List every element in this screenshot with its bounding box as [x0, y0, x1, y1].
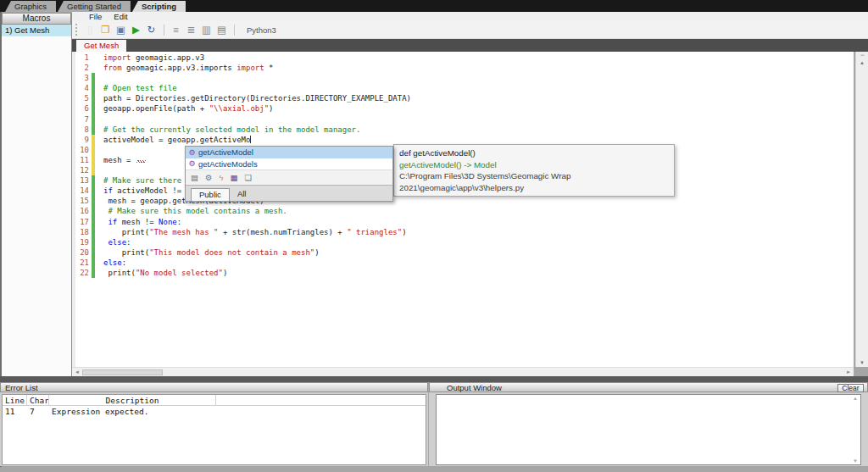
comment-icon[interactable]: ≣ [184, 23, 198, 36]
error-list-header: Error List [0, 382, 428, 392]
error-cell: 7 [27, 406, 49, 417]
popup-tab-public[interactable]: Public [191, 188, 230, 201]
run-script-icon[interactable]: ▶ [129, 23, 143, 36]
output-scroll-up-icon[interactable]: ▲ [851, 396, 860, 401]
document-tab-get-mesh[interactable]: Get Mesh [76, 40, 126, 52]
signature-tooltip: def getActiveModel() getActiveModel() ->… [393, 144, 675, 197]
error-rows: 117Expression expected. [3, 406, 426, 417]
line-number: 1 [75, 53, 92, 63]
error-squiggle [136, 160, 146, 163]
code-line[interactable]: 3 [75, 73, 854, 83]
completion-filter-bar: ▤ ⚙ ϟ ▦ ❏ [186, 169, 392, 185]
error-list-panel: Error List Line Char Description 117Expr… [0, 382, 428, 466]
column-header-char[interactable]: Char [27, 395, 49, 405]
scroll-left-icon[interactable]: ◄ [72, 369, 82, 375]
code-line[interactable]: 4# Open test file [75, 83, 854, 93]
tooltip-signature: def getActiveModel() [399, 147, 669, 159]
indent-icon[interactable]: ≡ [169, 23, 183, 36]
members-filter-icon[interactable]: ▤ [191, 173, 198, 182]
line-number: 19 [75, 237, 92, 247]
geomagic-scripting-window: { "app": { "main_tabs": [ {"label": "Gra… [0, 0, 868, 472]
menu-file[interactable]: File [89, 12, 102, 21]
autocomplete-item-label: getActiveModel [198, 147, 253, 157]
autocomplete-item[interactable]: ⚙getActiveModel [186, 147, 392, 158]
export-script-icon[interactable]: ▤ [214, 23, 229, 36]
editor-horizontal-scrollbar[interactable]: ◄ ► [72, 367, 854, 376]
code-text: # Make sure this model contains a mesh. [95, 206, 287, 216]
code-text: print("The mesh has " + str(mesh.numTria… [95, 227, 407, 237]
scrollbar-thumb[interactable] [82, 369, 163, 375]
fields-filter-icon[interactable]: ▦ [231, 173, 238, 182]
line-number: 5 [75, 93, 92, 103]
tab-graphics[interactable]: Graphics [5, 1, 56, 12]
options-gear-icon[interactable]: ⚙ [205, 173, 213, 182]
toolbar-buttons: ▯❐▣▶↻≡≣▥▤ [83, 23, 230, 36]
code-line[interactable]: 17 if mesh != None: [75, 217, 854, 227]
splitter-grip-icon[interactable]: ═ [860, 52, 863, 58]
code-line[interactable]: 8# Get the currently selected model in t… [75, 125, 854, 135]
new-script-icon: ▯ [83, 23, 97, 36]
line-number: 7 [75, 114, 92, 125]
line-number: 14 [75, 186, 92, 196]
code-text [95, 165, 103, 175]
output-content[interactable]: ▲ ▼ [436, 394, 861, 465]
toolbar-grip-icon[interactable] [75, 24, 79, 36]
code-line[interactable]: 7 [75, 114, 854, 125]
open-script-icon[interactable]: ❐ [98, 23, 113, 36]
horizontal-splitter[interactable] [0, 376, 868, 382]
code-text: # Get the currently selected model in th… [95, 125, 360, 135]
reset-icon[interactable]: ↻ [144, 23, 159, 36]
text-caret [250, 136, 251, 143]
code-text: else: [95, 258, 126, 268]
line-number: 17 [75, 217, 92, 227]
error-row[interactable]: 117Expression expected. [3, 406, 426, 417]
code-line[interactable]: 19 else: [75, 237, 854, 247]
save-script-icon[interactable]: ▣ [114, 23, 128, 36]
line-number: 6 [75, 103, 92, 114]
code-line[interactable]: 20 print("This model does not contain a … [75, 247, 854, 258]
code-line[interactable]: 18 print("The mesh has " + str(mesh.numT… [75, 227, 854, 237]
scroll-up-icon[interactable]: ▲ [860, 58, 865, 67]
output-window-title: Output Window [447, 383, 502, 392]
code-line[interactable]: 5path = Directories.getDirectory(Directo… [75, 93, 854, 103]
snippets-filter-icon[interactable]: ❏ [245, 173, 253, 182]
method-icon: ⚙ [186, 148, 198, 157]
toolbar-separator [164, 25, 164, 36]
autocomplete-item[interactable]: ⚙getActiveModels [186, 158, 392, 170]
code-line[interactable]: 2from geomagic.app.v3.imports import * [75, 63, 854, 73]
output-window-header: Output Window Clear [429, 382, 868, 392]
code-line[interactable]: 22 print("No model selected") [75, 268, 854, 278]
code-editor-surface[interactable]: 1import geomagic.app.v32from geomagic.ap… [72, 52, 854, 367]
error-table: Line Char Description 117Expression expe… [2, 394, 426, 465]
code-line[interactable]: 21else: [75, 258, 854, 268]
code-text: # Open test file [95, 83, 177, 93]
code-line[interactable]: 16 # Make sure this model contains a mes… [75, 206, 854, 216]
events-filter-icon[interactable]: ϟ [220, 173, 224, 182]
column-header-description[interactable]: Description [49, 395, 216, 405]
code-line[interactable]: 1import geomagic.app.v3 [75, 53, 854, 63]
code-text: from geomagic.app.v3.imports import * [95, 63, 274, 73]
clear-button[interactable]: Clear [837, 384, 864, 392]
editor-vertical-scrollbar[interactable]: ═ ▲ ▼ [855, 52, 868, 367]
line-number: 4 [75, 83, 92, 93]
tab-scripting[interactable]: Scripting [132, 1, 186, 12]
autocomplete-item-label: getActiveModels [198, 159, 258, 169]
code-text: import geomagic.app.v3 [95, 53, 204, 63]
tab-getting-started[interactable]: Getting Started [58, 1, 131, 12]
scroll-down-icon[interactable]: ▼ [860, 358, 865, 367]
scroll-right-icon[interactable]: ► [843, 369, 854, 375]
macros-header[interactable]: Macros [2, 13, 71, 25]
macro-item-get-mesh[interactable]: 1) Get Mesh [2, 25, 71, 36]
output-scroll-down-icon[interactable]: ▼ [851, 458, 860, 464]
line-number: 12 [75, 165, 92, 175]
popup-tab-all[interactable]: All [230, 188, 254, 201]
menu-edit[interactable]: Edit [114, 12, 127, 21]
code-line[interactable]: 6geoapp.openFile(path + "\\axial.obj") [75, 103, 854, 114]
duplicate-lines-icon[interactable]: ▥ [199, 23, 214, 36]
column-header-line[interactable]: Line [3, 395, 27, 405]
code-text: mesh = [95, 155, 146, 165]
error-cell: Expression expected. [49, 406, 216, 417]
code-text: if mesh != None: [95, 217, 181, 227]
interpreter-label[interactable]: Python3 [247, 25, 276, 35]
code-text [95, 73, 103, 83]
